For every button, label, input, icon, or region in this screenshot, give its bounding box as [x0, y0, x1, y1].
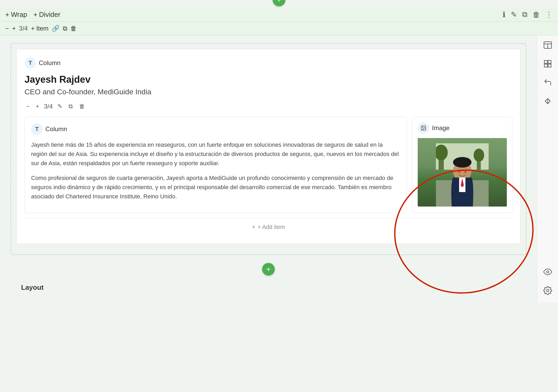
svg-rect-22 — [544, 60, 547, 63]
body-text-1: Jayesh tiene más de 15 años de experienc… — [31, 140, 400, 168]
divider-button[interactable]: + Divider — [33, 11, 60, 19]
delete-item-button[interactable]: 🗑 — [70, 25, 77, 32]
svg-rect-23 — [548, 60, 551, 63]
preview-icon[interactable] — [543, 267, 552, 278]
add-item-label: + Add item — [257, 224, 285, 231]
item-label: Item — [36, 25, 49, 32]
more-icon[interactable]: ⋮ — [545, 10, 553, 19]
divider-label: Divider — [39, 11, 60, 19]
copy-item-button[interactable]: ⧉ — [63, 25, 67, 32]
inner-toolbar: − + 3/4 ✎ ⧉ 🗑 — [25, 101, 512, 111]
svg-point-14 — [464, 170, 467, 173]
add-item-button[interactable]: + Item — [31, 25, 49, 32]
inner-copy-button[interactable]: ⧉ — [67, 101, 74, 111]
layout-view-icon[interactable] — [543, 41, 552, 51]
link-icon: 🔗 — [52, 25, 60, 32]
inner-fraction: 3/4 — [44, 103, 53, 110]
svg-point-6 — [474, 149, 484, 162]
column2-label-row: T Column — [31, 123, 400, 135]
person-name: Jayesh Rajdev — [25, 74, 512, 85]
trash-icon: 🗑 — [70, 25, 77, 32]
toolbar-left: + Wrap + Divider — [5, 11, 60, 19]
copy-icon[interactable]: ⧉ — [522, 10, 527, 19]
inner-delete-button[interactable]: 🗑 — [78, 101, 86, 111]
svg-point-27 — [546, 271, 549, 273]
text-column: T Column Jayesh tiene más de 15 años de … — [25, 117, 407, 213]
body-text-2: Como profesional de seguros de cuarta ge… — [31, 173, 400, 201]
fraction-badge: 3/4 — [19, 25, 28, 32]
layout-label: Layout — [11, 281, 526, 294]
inner-plus-button[interactable]: + — [34, 101, 41, 111]
column1-icon-text: T — [28, 60, 32, 66]
link-icon-button[interactable]: 🔗 — [52, 25, 60, 32]
grid-view-icon[interactable] — [543, 59, 552, 70]
add-section-bottom-button[interactable]: + — [262, 263, 275, 276]
toolbar-right: ℹ ✎ ⧉ 🗑 ⋮ — [503, 10, 553, 19]
column2-label-text: Column — [45, 125, 67, 133]
column2-icon: T — [31, 123, 43, 135]
svg-point-1 — [422, 127, 423, 128]
plus-icon: + — [33, 11, 37, 19]
info-icon[interactable]: ℹ — [503, 10, 506, 19]
edit-icon[interactable]: ✎ — [511, 10, 517, 19]
delete-icon[interactable]: 🗑 — [533, 10, 540, 19]
minus-button[interactable]: − — [5, 25, 9, 32]
column1-icon: T — [25, 57, 36, 69]
image-col-label-text: Image — [432, 124, 450, 132]
person-photo — [418, 138, 507, 207]
settings-icon[interactable] — [543, 286, 552, 297]
right-sidebar — [537, 35, 558, 302]
plus-icon: + — [12, 25, 16, 32]
plus-icon: + — [252, 224, 255, 231]
plus-icon: + — [5, 11, 9, 19]
sub-toolbar: − + 3/4 + Item 🔗 ⧉ 🗑 — [0, 22, 558, 35]
move-icon[interactable] — [543, 97, 552, 107]
svg-rect-24 — [544, 64, 547, 67]
column1-label-text: Column — [39, 59, 61, 67]
plus-button[interactable]: + — [12, 25, 16, 32]
person-title: CEO and Co-founder, MediGuide India — [25, 88, 512, 96]
wrap-label: Wrap — [11, 11, 27, 19]
inner-edit-button[interactable]: ✎ — [56, 101, 64, 111]
add-section-top-button[interactable]: + — [273, 0, 285, 6]
image-col-label-row: Image — [418, 122, 507, 134]
main-content: T Column Jayesh Rajdev CEO and Co-founde… — [0, 35, 558, 302]
person-silhouette — [436, 143, 489, 207]
undo-icon[interactable] — [543, 78, 552, 89]
wrap-button[interactable]: + Wrap — [5, 11, 27, 19]
image-column: Image — [412, 117, 512, 213]
add-section-bottom-wrap: + — [11, 258, 526, 281]
two-col-layout: T Column Jayesh tiene más de 15 años de … — [25, 117, 512, 213]
plus-icon: + — [266, 265, 271, 273]
plus-icon: + — [277, 0, 281, 4]
add-item-button[interactable]: + + Add item — [25, 218, 512, 236]
copy-icon: ⧉ — [63, 25, 67, 32]
column1-label-row: T Column — [25, 57, 512, 69]
plus-icon: + — [31, 25, 35, 32]
image-icon — [418, 122, 429, 134]
svg-point-28 — [546, 290, 549, 292]
minus-icon: − — [5, 25, 9, 32]
top-toolbar: + Wrap + Divider ℹ ✎ ⧉ 🗑 ⋮ — [0, 8, 558, 22]
outer-card: T Column Jayesh Rajdev CEO and Co-founde… — [16, 49, 521, 244]
svg-point-12 — [453, 157, 472, 168]
dashed-container: T Column Jayesh Rajdev CEO and Co-founde… — [11, 43, 526, 255]
canvas-area: T Column Jayesh Rajdev CEO and Co-founde… — [0, 35, 537, 302]
inner-minus-button[interactable]: − — [25, 101, 31, 111]
svg-rect-25 — [548, 64, 551, 67]
column2-icon-text: T — [35, 126, 39, 133]
svg-point-13 — [458, 170, 460, 173]
